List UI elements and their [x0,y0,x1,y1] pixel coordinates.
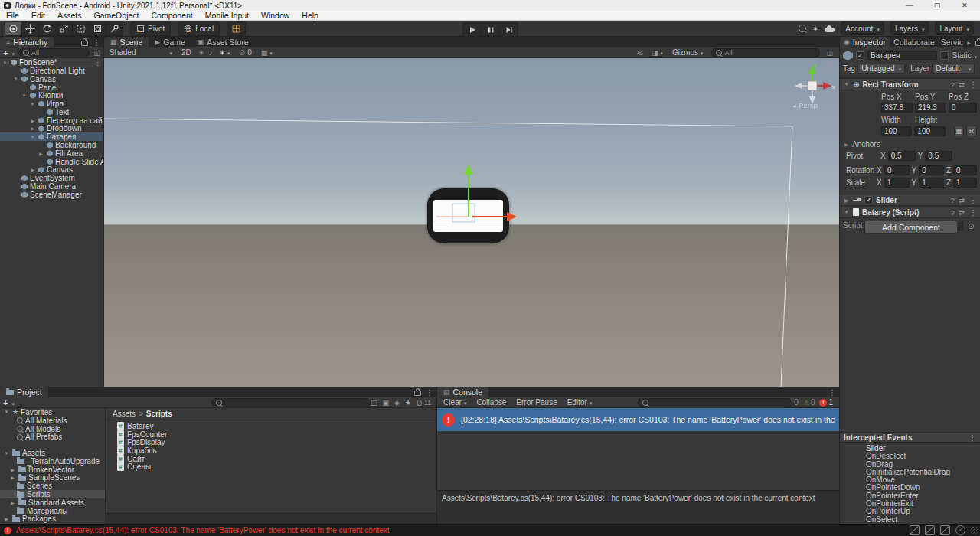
hierarchy-item[interactable]: Handle Slide A [0,158,103,166]
rotate-tool-button[interactable] [39,22,56,35]
pivot-y-field[interactable]: 0.5 [925,151,952,161]
project-tree-item[interactable]: Packages [0,515,105,524]
close-button[interactable] [961,2,969,9]
kebab-menu-icon[interactable] [828,387,836,397]
error-count-toggle[interactable]: 1 [819,398,833,407]
tab-asset-store[interactable]: ▣Asset Store [191,37,255,47]
menu-window[interactable]: Window [255,11,296,20]
package-filter-icon[interactable]: ▣ [383,399,390,407]
step-button[interactable] [500,23,518,36]
kebab-menu-icon[interactable] [969,208,977,217]
hierarchy-item[interactable]: Main Camera [0,182,103,191]
event-item[interactable]: OnInitializePotentialDrag [840,469,980,476]
cloud-icon[interactable] [825,28,835,32]
event-item[interactable]: OnSelect [840,516,980,524]
rotation-z-field[interactable]: 0 [953,165,977,175]
add-component-button[interactable]: Add Component [864,221,958,234]
project-tree-item[interactable]: SampleScenes [0,474,105,482]
hierarchy-item[interactable]: Directional Light [0,67,103,75]
hidden-objects-toggle[interactable]: 0 [237,48,253,57]
hierarchy-item[interactable]: SceneManager [0,191,103,199]
hierarchy-item-selected[interactable]: Батарея [0,132,103,141]
audio-toggle-icon[interactable]: ♪ [209,49,213,57]
project-tree-item[interactable]: Scenes [0,482,105,490]
grid-snapping-button[interactable] [227,21,246,36]
camera-dropdown[interactable]: ◨ [649,48,665,57]
tab-inspector[interactable]: ◉Inspector [840,37,890,47]
collapse-toggle[interactable]: Collapse [473,398,509,407]
foldout-icon[interactable] [29,126,36,131]
hierarchy-item[interactable]: Canvas [0,166,103,175]
lock-icon[interactable] [81,41,88,46]
foldout-icon[interactable] [29,167,36,172]
warning-count-toggle[interactable]: 0 [803,398,815,407]
grid-dropdown[interactable]: ▦ [259,48,275,57]
minimize-button[interactable] [906,2,913,9]
menu-gameobject[interactable]: GameObject [88,11,145,20]
foldout-icon[interactable] [3,410,10,414]
tab-collaborate[interactable]: Collaborate [890,37,939,47]
project-tree-item[interactable]: _TerrainAutoUpgrade [0,457,105,466]
foldout-icon[interactable] [843,198,850,203]
file-item[interactable]: Корабль [106,446,436,455]
hierarchy-item[interactable]: Dropdown [0,125,103,133]
project-tree-item[interactable]: BrokenVector [0,466,105,474]
tab-console[interactable]: ▤Console [437,387,488,397]
create-button[interactable] [3,398,8,407]
transform-tool-button[interactable] [90,22,106,35]
view-tool-button[interactable] [5,22,22,35]
hierarchy-item[interactable]: Background [0,141,103,149]
chevron-down-icon[interactable] [11,48,15,57]
project-tree-item[interactable]: All Models [0,425,105,433]
clear-button[interactable]: Clear [440,398,469,407]
status-toggle-icon-3[interactable] [940,525,950,535]
active-checkbox[interactable] [856,51,864,60]
status-check-icon[interactable] [956,525,965,535]
scale-z-field[interactable]: 1 [953,178,977,188]
project-search-input[interactable] [211,398,371,407]
file-item[interactable]: FpsCounter [106,430,436,439]
foldout-icon[interactable] [843,82,850,87]
hierarchy-item[interactable]: EventSystem [0,174,103,182]
foldout-icon[interactable] [12,77,19,81]
play-button[interactable] [463,23,482,36]
tab-project[interactable]: Project [0,387,48,397]
file-item[interactable]: Batarey [106,422,436,430]
status-toggle-icon-1[interactable] [910,525,920,535]
file-item[interactable]: Сайт [106,455,436,463]
foldout-icon[interactable] [9,467,16,472]
project-tree-item[interactable]: Материалы [0,507,105,515]
foldout-icon[interactable] [38,151,44,156]
foldout-icon[interactable] [2,60,8,65]
pos-z-field[interactable]: 0 [949,103,977,113]
name-field[interactable]: Батарея [867,51,937,60]
rect-transform-header[interactable]: Rect Transform [840,78,980,90]
scene-viewport[interactable]: y x Persp [104,58,839,387]
menu-help[interactable]: Help [296,11,325,20]
viewport-lock-icon[interactable] [827,64,834,69]
kebab-menu-icon[interactable] [969,196,977,204]
foldout-icon[interactable] [3,516,10,521]
presets-icon[interactable] [959,208,965,217]
foldout-icon[interactable] [29,102,36,106]
scale-x-field[interactable]: 1 [884,178,910,188]
scale-y-field[interactable]: 1 [919,178,944,188]
event-item[interactable]: Slider [840,445,980,453]
2d-toggle[interactable]: 2D [179,48,194,57]
hidden-count-toggle[interactable]: 11 [416,398,431,407]
layers-dropdown[interactable]: Layers [890,21,929,35]
tab-hierarchy[interactable]: ≡Hierarchy [0,37,54,47]
lock-icon[interactable] [414,391,421,396]
editor-dropdown[interactable]: Editor [564,398,596,407]
maximize-button[interactable] [933,2,941,9]
tab-services[interactable]: Servic [939,37,965,47]
create-button[interactable] [3,48,8,57]
foldout-icon[interactable] [29,135,36,139]
static-checkbox[interactable] [940,51,949,60]
event-item[interactable]: OnDeselect [840,453,980,460]
presets-icon[interactable] [959,196,965,204]
console-detail-pane[interactable]: Assets\Scripts\Batarey.cs(15,44): error … [437,490,839,524]
kebab-menu-icon[interactable] [969,433,976,442]
menu-file[interactable]: File [0,11,25,20]
anchors-foldout-icon[interactable] [843,142,850,147]
